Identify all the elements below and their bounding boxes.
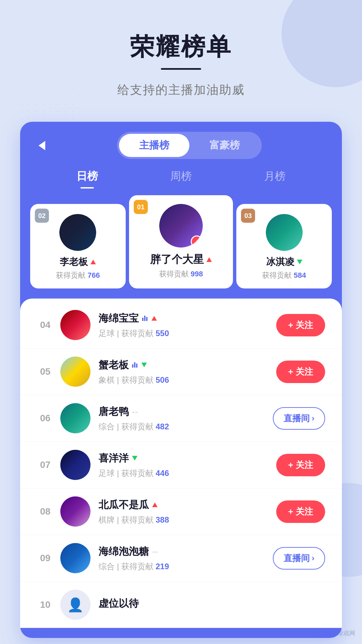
- podium-rank-1: 01 ♪ 胖了个大星 获得贡献 998: [129, 195, 233, 288]
- list-avatar-08: [60, 496, 90, 527]
- avatar-image-rank-2: [59, 214, 96, 251]
- list-info-08: 北瓜不是瓜 棋牌 | 获得贡献 388: [99, 498, 276, 525]
- podium-rank-2: 02 李老板 获得贡献 766: [30, 204, 126, 288]
- neutral-dash-09: --: [152, 546, 158, 557]
- list-info-07: 喜洋洋 足球 | 获得贡献 446: [99, 451, 276, 479]
- tab-bar: 主播榜 富豪榜: [20, 122, 342, 159]
- follow-button-07[interactable]: + 关注: [276, 454, 325, 476]
- list-name-09: 海绵泡泡糖 --: [99, 545, 273, 558]
- trend-icon-rank-2: [90, 260, 96, 264]
- list-item: 04 海绵宝宝 足球 | 获得贡献 550: [20, 302, 342, 348]
- page-title: 荣耀榜单: [0, 34, 362, 60]
- name-rank-3: 冰淇凌: [242, 256, 326, 268]
- main-card: 主播榜 富豪榜 日榜 周榜 月榜 02 李老板 获得贡献 766 01: [20, 122, 342, 638]
- list-name-07: 喜洋洋: [99, 451, 276, 465]
- podium-rank-3: 03 冰淇凌 获得贡献 584: [236, 204, 332, 288]
- list-action-06[interactable]: 直播间 ›: [273, 407, 325, 430]
- back-icon: [39, 141, 45, 150]
- follow-button-05[interactable]: + 关注: [276, 361, 325, 383]
- list-avatar-06: [60, 403, 90, 433]
- list-action-07[interactable]: + 关注: [276, 454, 325, 476]
- trend-up-icon-08: [152, 502, 158, 507]
- trend-down-icon-07: [132, 456, 137, 461]
- score-rank-1: 获得贡献 998: [134, 269, 228, 279]
- list-rank-05: 05: [37, 366, 54, 377]
- list-rank-08: 08: [37, 506, 54, 517]
- name-rank-2: 李老板: [36, 256, 120, 268]
- list-item: 07 喜洋洋 足球 | 获得贡献 446 + 关注: [20, 442, 342, 488]
- sub-tab-month[interactable]: 月榜: [264, 169, 286, 187]
- follow-button-08[interactable]: + 关注: [276, 500, 325, 523]
- list-item: 06 唐老鸭 -- 综合 | 获得贡献 482 直播间 ›: [20, 395, 342, 442]
- list-info-10: 虚位以待: [99, 597, 325, 613]
- list-meta-07: 足球 | 获得贡献 446: [99, 468, 276, 479]
- list-item-empty: 10 👤 虚位以待: [20, 582, 342, 628]
- list-action-08[interactable]: + 关注: [276, 500, 325, 523]
- list-info-09: 海绵泡泡糖 -- 综合 | 获得贡献 219: [99, 545, 273, 572]
- avatar-rank-2: [59, 214, 96, 251]
- list-meta-08: 棋牌 | 获得贡献 388: [99, 515, 276, 525]
- neutral-dash-06: --: [132, 407, 138, 417]
- avatar-image-rank-3: [266, 214, 303, 251]
- list-meta-04: 足球 | 获得贡献 550: [99, 328, 276, 339]
- empty-avatar-10: 👤: [60, 590, 90, 620]
- list-section: 04 海绵宝宝 足球 | 获得贡献 550: [20, 299, 342, 628]
- main-tab-group: 主播榜 富豪榜: [117, 132, 262, 159]
- list-avatar-04: [60, 310, 90, 340]
- trend-icon-rank-1: [206, 257, 212, 262]
- name-rank-1: 胖了个大星: [134, 252, 228, 267]
- rank-badge-2: 02: [35, 209, 49, 223]
- back-button[interactable]: [34, 137, 50, 154]
- score-rank-2: 获得贡献 766: [36, 270, 120, 280]
- list-item: 08 北瓜不是瓜 棋牌 | 获得贡献 388 + 关注: [20, 488, 342, 535]
- bar-icon-05: [132, 362, 137, 368]
- header-subtitle: 给支持的主播加油助威: [0, 82, 362, 98]
- list-rank-07: 07: [37, 460, 54, 470]
- trend-icon-rank-3: [297, 260, 302, 264]
- bar-icon-04: [142, 316, 147, 321]
- follow-button-04[interactable]: + 关注: [276, 314, 325, 336]
- list-rank-04: 04: [37, 320, 54, 330]
- list-info-04: 海绵宝宝 足球 | 获得贡献 550: [99, 312, 276, 339]
- trend-down-icon-05: [141, 363, 147, 367]
- list-item: 05 蟹老板 象棋 | 获得贡献 506: [20, 348, 342, 395]
- list-avatar-07: [60, 450, 90, 480]
- header: 荣耀榜单 给支持的主播加油助威: [0, 0, 362, 112]
- header-divider: [161, 68, 201, 70]
- list-meta-06: 综合 | 获得贡献 482: [99, 421, 273, 432]
- avatar-rank-1: ♪: [159, 204, 203, 248]
- list-meta-05: 象棋 | 获得贡献 506: [99, 375, 276, 385]
- list-name-06: 唐老鸭 --: [99, 405, 273, 419]
- live-button-06[interactable]: 直播间 ›: [273, 407, 325, 430]
- list-name-10: 虚位以待: [99, 597, 325, 610]
- live-arrow-icon-06: ›: [312, 414, 314, 423]
- list-meta-09: 综合 | 获得贡献 219: [99, 561, 273, 572]
- rank-badge-1: 01: [134, 200, 148, 214]
- live-button-09[interactable]: 直播间 ›: [273, 547, 325, 570]
- list-action-05[interactable]: + 关注: [276, 361, 325, 383]
- list-info-06: 唐老鸭 -- 综合 | 获得贡献 482: [99, 405, 273, 432]
- list-avatar-05: [60, 357, 90, 387]
- podium-section: 02 李老板 获得贡献 766 01 ♪ 胖了个大星: [20, 191, 342, 288]
- list-name-08: 北瓜不是瓜: [99, 498, 276, 512]
- avatar-rank-3: [266, 214, 303, 251]
- music-badge: ♪: [191, 235, 203, 248]
- list-rank-10: 10: [37, 599, 54, 610]
- tab-tycoon[interactable]: 富豪榜: [189, 134, 260, 157]
- sub-tab-group: 日榜 周榜 月榜: [20, 159, 342, 191]
- list-name-04: 海绵宝宝: [99, 312, 276, 325]
- score-rank-3: 获得贡献 584: [242, 270, 326, 280]
- trend-up-icon-04: [152, 316, 157, 321]
- tab-streamer[interactable]: 主播榜: [119, 134, 189, 157]
- list-name-05: 蟹老板: [99, 358, 276, 372]
- list-avatar-09: [60, 543, 90, 573]
- list-rank-06: 06: [37, 413, 54, 424]
- empty-avatar-icon: 👤: [67, 597, 84, 613]
- sub-tab-week[interactable]: 周榜: [170, 169, 192, 187]
- list-action-09[interactable]: 直播间 ›: [273, 547, 325, 570]
- list-action-04[interactable]: + 关注: [276, 314, 325, 336]
- sub-tab-day[interactable]: 日榜: [76, 169, 98, 187]
- list-info-05: 蟹老板 象棋 | 获得贡献 506: [99, 358, 276, 385]
- list-rank-09: 09: [37, 553, 54, 564]
- live-arrow-icon-09: ›: [312, 553, 314, 563]
